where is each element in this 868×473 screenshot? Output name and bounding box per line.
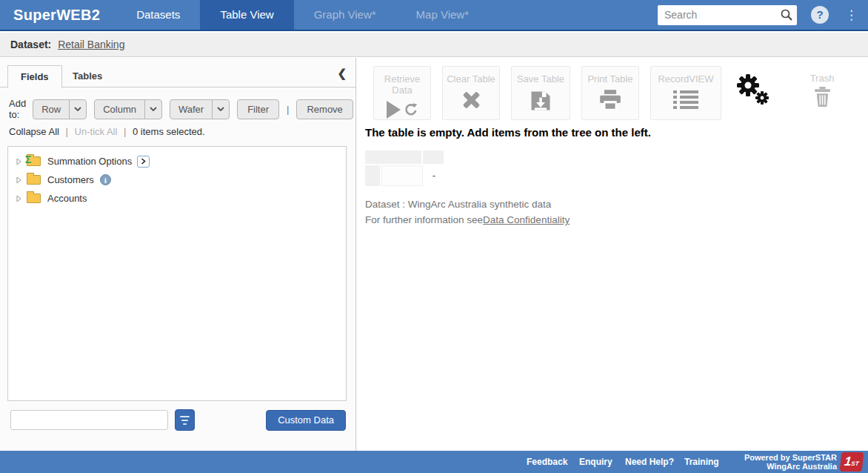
filter-icon-bar bbox=[181, 420, 188, 421]
superstar-logo[interactable]: 1 ST bbox=[840, 452, 864, 472]
add-to-label: Add to: bbox=[9, 98, 26, 120]
recordview-button[interactable]: RecordVIEW bbox=[650, 66, 721, 120]
logo-suffix: ST bbox=[851, 460, 859, 467]
app-logo: SuperWEB2 bbox=[13, 0, 100, 30]
tree-search-input[interactable] bbox=[10, 410, 168, 430]
fields-panel: Fields Tables ❮ Add to: Row Column Wafer… bbox=[0, 58, 356, 451]
filter-icon-bar bbox=[183, 423, 187, 425]
empty-table-skeleton: - bbox=[365, 150, 444, 186]
footer-link-feedback[interactable]: Feedback bbox=[527, 451, 567, 473]
folder-icon bbox=[27, 175, 41, 185]
print-table-label: Print Table bbox=[582, 73, 638, 85]
search-input[interactable] bbox=[664, 9, 775, 21]
wafer-dropdown-label: Wafer bbox=[170, 100, 212, 119]
print-table-button[interactable]: Print Table bbox=[581, 66, 639, 120]
folder-icon bbox=[27, 194, 41, 203]
panel-tabstrip: Fields Tables ❮ bbox=[0, 65, 355, 87]
add-to-row-dropdown[interactable]: Row bbox=[33, 99, 87, 119]
tree-item-label[interactable]: Customers bbox=[47, 174, 94, 185]
remove-button[interactable]: Remove bbox=[296, 99, 353, 119]
untick-all-link[interactable]: Un-tick All bbox=[75, 126, 118, 137]
footer-link-need-help[interactable]: Need Help? bbox=[625, 451, 674, 473]
add-to-wafer-dropdown[interactable]: Wafer bbox=[170, 99, 230, 119]
chevron-down-icon[interactable] bbox=[144, 100, 161, 119]
separator: | bbox=[66, 126, 68, 137]
button-separator: | bbox=[287, 104, 289, 115]
confidentiality-prefix: For further information see bbox=[365, 214, 483, 225]
tree-filter-button[interactable] bbox=[175, 409, 195, 431]
data-confidentiality-link[interactable]: Data Confidentiality bbox=[483, 214, 570, 225]
sigma-icon: Σ bbox=[25, 154, 31, 165]
chevron-down-icon[interactable] bbox=[212, 100, 229, 119]
powered-line1: Powered by SuperSTAR bbox=[744, 453, 837, 462]
tree-row-accounts[interactable]: Accounts bbox=[8, 189, 346, 208]
trash-label: Trash bbox=[801, 73, 843, 84]
recordview-label: RecordVIEW bbox=[651, 73, 721, 85]
custom-data-button[interactable]: Custom Data bbox=[266, 410, 346, 431]
footer-link-enquiry[interactable]: Enquiry bbox=[579, 451, 612, 473]
collapse-panel-icon[interactable]: ❮ bbox=[337, 67, 347, 80]
nav-item-graph-view[interactable]: Graph View* bbox=[294, 0, 396, 30]
table-data-cell: - bbox=[424, 165, 444, 186]
row-dropdown-label: Row bbox=[33, 100, 69, 119]
help-icon[interactable]: ? bbox=[811, 6, 829, 24]
tree-row-summation-options[interactable]: Σ Summation Options bbox=[8, 152, 346, 171]
retrieve-data-button[interactable]: Retrieve Data bbox=[373, 66, 431, 120]
top-navbar: SuperWEB2 Datasets Table View Graph View… bbox=[0, 0, 868, 31]
tree-item-label[interactable]: Accounts bbox=[47, 193, 87, 204]
field-tree: Σ Summation Options Customers i Accounts bbox=[7, 146, 347, 401]
save-icon bbox=[512, 90, 570, 112]
table-label-cell bbox=[381, 165, 423, 186]
clear-x-icon bbox=[443, 90, 499, 110]
expand-caret-icon[interactable] bbox=[16, 176, 21, 184]
tree-actions-row: Collapse All | Un-tick All | 0 items sel… bbox=[9, 126, 205, 137]
nav-item-map-view[interactable]: Map View* bbox=[396, 0, 489, 30]
column-dropdown-label: Column bbox=[95, 100, 144, 119]
empty-table-message: The table is empty. Add items from the t… bbox=[365, 126, 651, 139]
add-to-column-dropdown[interactable]: Column bbox=[94, 99, 162, 119]
table-row-header-cell bbox=[365, 165, 380, 186]
table-view-panel: Retrieve Data Clear Table Save Table bbox=[357, 58, 868, 451]
expand-caret-icon[interactable] bbox=[16, 195, 21, 202]
table-options-gear-icon[interactable] bbox=[736, 73, 770, 108]
trash-button[interactable]: Trash bbox=[801, 66, 843, 107]
expand-caret-icon[interactable] bbox=[16, 158, 21, 165]
search-icon[interactable] bbox=[780, 8, 793, 24]
printer-icon bbox=[582, 90, 638, 110]
clear-table-label: Clear Table bbox=[443, 73, 499, 85]
overflow-menu-icon[interactable]: ⋮ bbox=[845, 9, 858, 22]
dataset-link[interactable]: Retail Banking bbox=[58, 39, 124, 50]
tab-fields[interactable]: Fields bbox=[7, 65, 62, 88]
table-header-cell bbox=[423, 150, 444, 164]
confidentiality-line: For further information seeData Confiden… bbox=[365, 214, 570, 225]
save-table-button[interactable]: Save Table bbox=[511, 66, 570, 120]
table-header-cell bbox=[365, 150, 421, 164]
clear-table-button[interactable]: Clear Table bbox=[442, 66, 500, 120]
items-selected-count: 0 items selected. bbox=[133, 126, 205, 137]
chevron-down-icon[interactable] bbox=[69, 100, 86, 119]
add-to-row: Add to: Row Column Wafer Filter | Remove bbox=[9, 98, 361, 120]
filter-button[interactable]: Filter bbox=[237, 99, 279, 119]
dataset-label: Dataset: bbox=[10, 39, 51, 50]
nav-item-table-view[interactable]: Table View bbox=[200, 0, 293, 30]
navbar-right-group: ? ⋮ bbox=[658, 0, 868, 30]
save-table-label: Save Table bbox=[512, 73, 570, 85]
tree-item-label[interactable]: Summation Options bbox=[47, 156, 132, 167]
dataset-bar: Dataset: Retail Banking bbox=[0, 33, 868, 57]
dataset-note: Dataset : WingArc Australia synthetic da… bbox=[365, 199, 551, 210]
nav-item-datasets[interactable]: Datasets bbox=[116, 0, 200, 30]
collapse-all-link[interactable]: Collapse All bbox=[9, 126, 59, 137]
tab-tables[interactable]: Tables bbox=[65, 65, 110, 87]
play-refresh-icon bbox=[374, 101, 430, 119]
footer-link-training[interactable]: Training bbox=[684, 451, 719, 473]
goto-arrow-button[interactable] bbox=[137, 156, 150, 168]
info-icon[interactable]: i bbox=[100, 174, 111, 185]
tree-row-customers[interactable]: Customers i bbox=[8, 171, 346, 189]
retrieve-data-label: Retrieve Data bbox=[374, 73, 430, 96]
trash-icon bbox=[801, 87, 843, 107]
list-icon bbox=[651, 90, 721, 110]
filter-icon bbox=[180, 416, 190, 417]
separator: | bbox=[124, 126, 126, 137]
summation-folder-icon: Σ bbox=[27, 156, 41, 166]
global-search bbox=[658, 5, 797, 25]
